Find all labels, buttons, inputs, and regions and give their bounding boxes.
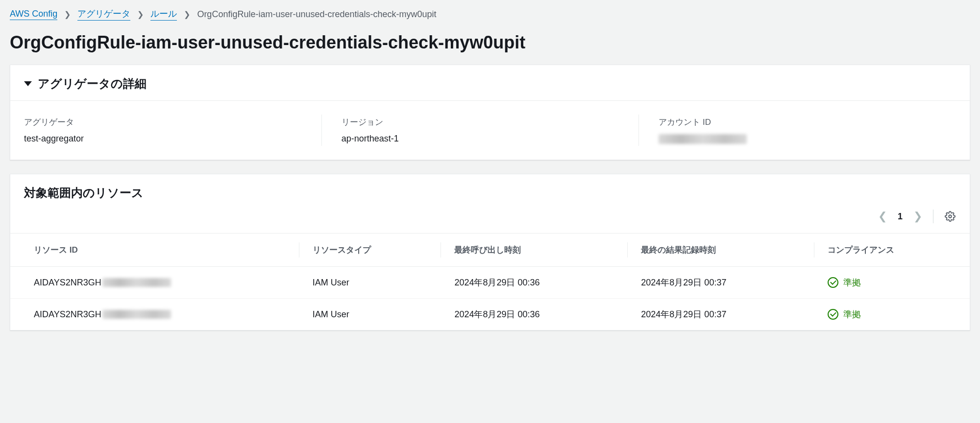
pagination-current: 1 xyxy=(896,212,905,222)
cell-resource-type: IAM User xyxy=(299,299,441,330)
col-compliance[interactable]: コンプライアンス xyxy=(814,234,970,267)
table-row[interactable]: AIDAYS2NR3GH IAM User 2024年8月29日 00:36 2… xyxy=(10,299,970,330)
breadcrumb-rules[interactable]: ルール xyxy=(150,8,177,21)
aggregator-details-header[interactable]: アグリゲータの詳細 xyxy=(10,65,970,100)
resource-id-prefix: AIDAYS2NR3GH xyxy=(34,309,101,320)
region-label: リージョン xyxy=(342,117,625,128)
cell-compliance: 準拠 xyxy=(814,299,970,330)
redacted-account-id xyxy=(659,134,747,144)
chevron-right-icon: ❯ xyxy=(64,10,71,19)
cell-last-invoked: 2024年8月29日 00:36 xyxy=(441,267,627,299)
pagination-next[interactable]: ❯ xyxy=(913,210,922,223)
account-id-field: アカウント ID xyxy=(638,115,956,146)
aggregator-name-label: アグリゲータ xyxy=(24,117,308,128)
check-circle-icon xyxy=(828,309,838,320)
pagination-separator xyxy=(933,210,933,223)
region-value: ap-northeast-1 xyxy=(342,134,625,144)
account-id-value xyxy=(659,134,942,144)
table-row[interactable]: AIDAYS2NR3GH IAM User 2024年8月29日 00:36 2… xyxy=(10,267,970,299)
check-circle-icon xyxy=(828,277,838,288)
redacted-resource-id-suffix xyxy=(102,310,171,319)
breadcrumb-aws-config[interactable]: AWS Config xyxy=(10,9,57,20)
resource-id-prefix: AIDAYS2NR3GH xyxy=(34,278,101,288)
resources-panel: 対象範囲内のリソース ❮ 1 ❯ リソース ID リソースタイプ 最終呼び出し時… xyxy=(10,174,970,330)
chevron-right-icon: ❯ xyxy=(184,10,190,19)
aggregator-details-panel: アグリゲータの詳細 アグリゲータ test-aggregator リージョン a… xyxy=(10,65,970,160)
resources-table: リソース ID リソースタイプ 最終呼び出し時刻 最終の結果記録時刻 コンプライ… xyxy=(10,233,970,330)
cell-compliance: 準拠 xyxy=(814,267,970,299)
pagination-prev[interactable]: ❮ xyxy=(878,210,887,223)
cell-last-invoked: 2024年8月29日 00:36 xyxy=(441,299,627,330)
pagination-bar: ❮ 1 ❯ xyxy=(10,206,970,233)
redacted-resource-id-suffix xyxy=(102,278,171,287)
col-resource-id[interactable]: リソース ID xyxy=(10,234,299,267)
breadcrumb-current: OrgConfigRule-iam-user-unused-credential… xyxy=(197,9,436,20)
compliance-text: 準拠 xyxy=(843,308,861,320)
region-field: リージョン ap-northeast-1 xyxy=(321,115,639,146)
aggregator-details-title: アグリゲータの詳細 xyxy=(38,76,147,92)
aggregator-name-value: test-aggregator xyxy=(24,134,308,144)
breadcrumb: AWS Config ❯ アグリゲータ ❯ ルール ❯ OrgConfigRul… xyxy=(10,0,970,25)
col-last-recorded[interactable]: 最終の結果記録時刻 xyxy=(627,234,814,267)
chevron-right-icon: ❯ xyxy=(137,10,144,19)
cell-resource-id: AIDAYS2NR3GH xyxy=(10,299,299,330)
gear-icon xyxy=(945,211,956,222)
col-last-invoked[interactable]: 最終呼び出し時刻 xyxy=(441,234,627,267)
svg-point-0 xyxy=(949,215,952,218)
cell-resource-type: IAM User xyxy=(299,267,441,299)
col-resource-type[interactable]: リソースタイプ xyxy=(299,234,441,267)
account-id-label: アカウント ID xyxy=(659,117,942,128)
compliance-text: 準拠 xyxy=(843,277,861,288)
cell-last-recorded: 2024年8月29日 00:37 xyxy=(627,267,814,299)
page-title: OrgConfigRule-iam-user-unused-credential… xyxy=(10,25,970,65)
cell-last-recorded: 2024年8月29日 00:37 xyxy=(627,299,814,330)
settings-button[interactable] xyxy=(944,211,956,222)
resources-panel-title: 対象範囲内のリソース xyxy=(24,185,144,201)
aggregator-name-field: アグリゲータ test-aggregator xyxy=(24,115,321,146)
cell-resource-id: AIDAYS2NR3GH xyxy=(10,267,299,299)
caret-down-icon xyxy=(24,81,32,86)
breadcrumb-aggregators[interactable]: アグリゲータ xyxy=(77,8,130,21)
aggregator-details-body: アグリゲータ test-aggregator リージョン ap-northeas… xyxy=(10,100,970,160)
